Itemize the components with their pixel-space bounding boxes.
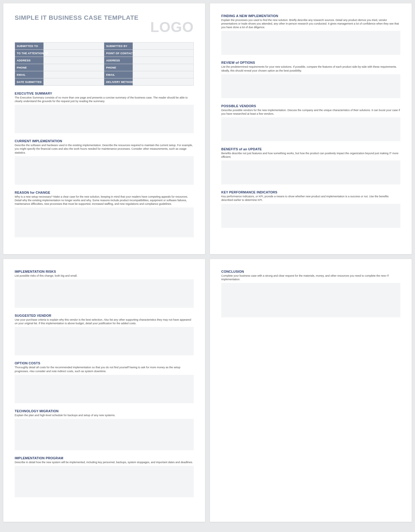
meta-label: ADDRESS (104, 57, 133, 64)
section-title: IMPLEMENTATION PROGRAM (15, 456, 194, 460)
section-desc: List the predetermined requirements for … (221, 65, 400, 72)
meta-value[interactable] (133, 57, 194, 64)
fill-area[interactable] (15, 466, 194, 497)
section-desc: Explain the processes you used to find t… (221, 18, 400, 29)
table-row: ADDRESS ADDRESS (15, 57, 194, 64)
section-option-costs: OPTION COSTS Thoroughly detail all costs… (15, 361, 194, 403)
fill-area[interactable] (221, 117, 400, 141)
logo-placeholder: LOGO (150, 20, 194, 34)
section-current-implementation: CURRENT IMPLEMENTATION Describe the soft… (15, 139, 194, 184)
section-title: CURRENT IMPLEMENTATION (15, 139, 194, 143)
section-desc: Describe the software and hardware used … (15, 143, 194, 154)
fill-area[interactable] (15, 105, 194, 133)
meta-label: DELIVERY METHOD (104, 78, 133, 86)
section-title: POSSIBLE VENDORS (221, 104, 400, 108)
section-desc: Complete your business case with a stron… (221, 274, 400, 281)
section-desc: Use your purchase criteria to explain wh… (15, 318, 194, 325)
meta-value[interactable] (43, 50, 104, 57)
table-row: PHONE PHONE (15, 64, 194, 71)
section-title: EXECUTIVE SUMMARY (15, 92, 194, 95)
section-review-options: REVIEW of OPTIONS List the predetermined… (221, 61, 400, 98)
section-implementation-risks: IMPLEMENTATION RISKS List possible risks… (15, 270, 194, 308)
meta-value[interactable] (43, 78, 104, 86)
meta-label: ADDRESS (15, 57, 44, 64)
section-title: TECHNOLOGY MIGRATION (15, 409, 194, 413)
section-title: OPTION COSTS (15, 361, 194, 365)
section-title: REVIEW of OPTIONS (221, 61, 400, 64)
section-title: CONCLUSION (221, 270, 400, 273)
section-kpi: KEY PERFORMANCE INDICATORS Key performan… (221, 190, 400, 228)
fill-area[interactable] (15, 327, 194, 355)
meta-value[interactable] (133, 50, 194, 57)
section-suggested-vendor: SUGGESTED VENDOR Use your purchase crite… (15, 314, 194, 355)
section-title: IMPLEMENTATION RISKS (15, 270, 194, 273)
section-title: KEY PERFORMANCE INDICATORS (221, 190, 400, 194)
section-finding-implementation: FINDING A NEW IMPLEMENTATION Explain the… (221, 14, 400, 55)
meta-label: PHONE (15, 64, 44, 71)
fill-area[interactable] (221, 160, 400, 184)
section-desc: Why is a new setup necessary? Make a cle… (15, 195, 194, 206)
meta-label: PHONE (104, 64, 133, 71)
page-4: CONCLUSION Complete your business case w… (210, 259, 412, 522)
section-title: FINDING A NEW IMPLEMENTATION (221, 14, 400, 18)
section-desc: The Executive Summary consists of no mor… (15, 96, 194, 103)
meta-value[interactable] (43, 43, 104, 50)
meta-value[interactable] (133, 64, 194, 71)
table-row: TO THE ATTENTION OF POINT OF CONTACT (15, 50, 194, 57)
fill-area[interactable] (15, 207, 194, 237)
fill-area[interactable] (15, 375, 194, 403)
section-desc: Describe in detail how the new system wi… (15, 460, 194, 464)
meta-value[interactable] (43, 71, 104, 78)
meta-value[interactable] (133, 78, 194, 86)
section-title: BENEFITS of an UPDATE (221, 147, 400, 151)
section-desc: Benefits describe not just features and … (221, 151, 400, 159)
section-desc: Describe possible vendors for the new im… (221, 108, 400, 116)
section-desc: Thoroughly detail all costs for the reco… (15, 366, 194, 373)
meta-label: SUBMITTED BY (104, 43, 133, 50)
section-conclusion: CONCLUSION Complete your business case w… (221, 270, 400, 317)
section-desc: Key performance indicators, or KPI, prov… (221, 195, 400, 202)
meta-value[interactable] (43, 64, 104, 71)
section-desc: List possible risks of this change, both… (15, 274, 194, 278)
page-1: SIMPLE IT BUSINESS CASE TEMPLATE LOGO SU… (3, 3, 205, 254)
meta-label: POINT OF CONTACT (104, 50, 133, 57)
page-2: FINDING A NEW IMPLEMENTATION Explain the… (210, 3, 412, 254)
section-desc: Explain the plan and high-level schedule… (15, 413, 194, 417)
section-technology-migration: TECHNOLOGY MIGRATION Explain the plan an… (15, 409, 194, 450)
fill-area[interactable] (221, 283, 400, 317)
fill-area[interactable] (221, 31, 400, 55)
table-row: DATE SUBMITTED DELIVERY METHOD (15, 78, 194, 86)
meta-value[interactable] (133, 71, 194, 78)
meta-table: SUBMITTED TO SUBMITTED BY TO THE ATTENTI… (15, 42, 194, 86)
section-benefits-update: BENEFITS of an UPDATE Benefits describe … (221, 147, 400, 184)
fill-area[interactable] (15, 419, 194, 450)
page-3: IMPLEMENTATION RISKS List possible risks… (3, 259, 205, 522)
section-title: SUGGESTED VENDOR (15, 314, 194, 317)
fill-area[interactable] (15, 279, 194, 308)
table-row: EMAIL EMAIL (15, 71, 194, 78)
meta-value[interactable] (43, 57, 104, 64)
table-row: SUBMITTED TO SUBMITTED BY (15, 43, 194, 50)
meta-label: DATE SUBMITTED (15, 78, 44, 86)
fill-area[interactable] (221, 74, 400, 98)
pages-grid: SIMPLE IT BUSINESS CASE TEMPLATE LOGO SU… (3, 3, 412, 522)
section-title: REASON for CHANGE (15, 191, 194, 194)
meta-label: EMAIL (15, 71, 44, 78)
section-implementation-program: IMPLEMENTATION PROGRAM Describe in detai… (15, 456, 194, 497)
meta-label: SUBMITTED TO (15, 43, 44, 50)
fill-area[interactable] (221, 204, 400, 228)
meta-value[interactable] (133, 43, 194, 50)
meta-label: EMAIL (104, 71, 133, 78)
section-possible-vendors: POSSIBLE VENDORS Describe possible vendo… (221, 104, 400, 141)
fill-area[interactable] (15, 156, 194, 185)
section-reason-for-change: REASON for CHANGE Why is a new setup nec… (15, 191, 194, 237)
section-executive-summary: EXECUTIVE SUMMARY The Executive Summary … (15, 92, 194, 133)
meta-label: TO THE ATTENTION OF (15, 50, 44, 57)
